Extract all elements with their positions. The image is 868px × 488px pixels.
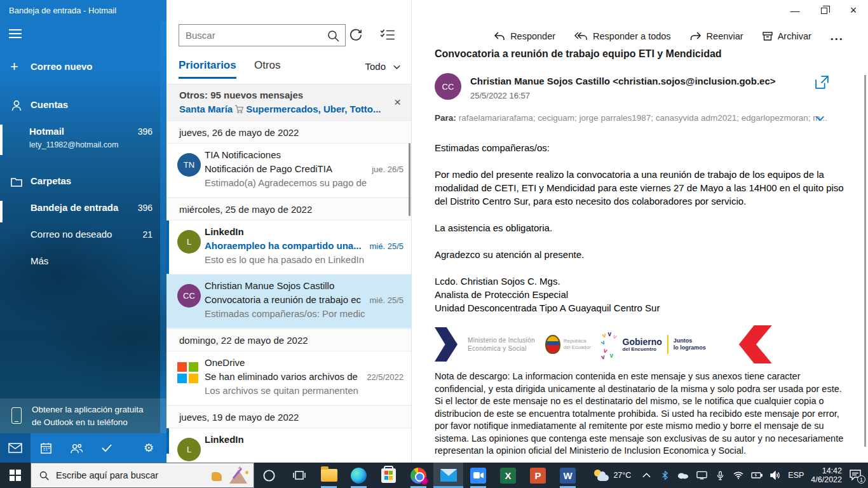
outlook-promo-banner[interactable]: Obtener la aplicación gratuita de Outloo… (0, 398, 166, 433)
avatar: TN (177, 153, 201, 177)
cortana-button[interactable] (254, 463, 284, 488)
volume-icon[interactable] (770, 470, 781, 481)
reply-all-button[interactable]: Responder a todos (574, 31, 671, 41)
chrome-icon (410, 468, 426, 484)
clock[interactable]: 14:42 4/6/2022 (811, 466, 842, 484)
onedrive-icon[interactable] (677, 470, 689, 481)
search-icon[interactable] (326, 29, 341, 44)
restore-button[interactable] (810, 0, 839, 20)
nav-settings-button[interactable]: ⚙ (133, 433, 164, 463)
wifi-icon[interactable] (733, 470, 744, 481)
accounts-section-button[interactable]: Cuentas (0, 98, 166, 120)
other-messages-banner[interactable]: Otros: 95 nuevos mensajes Santa MaríaSup… (166, 84, 411, 121)
system-tray: 27°C (593, 466, 868, 484)
body-paragraph: La asistencia es obligatoria. (435, 221, 846, 234)
chevron-down-icon[interactable] (392, 62, 401, 71)
folder-more-label: Más (31, 255, 48, 266)
message-row-linkedin-2[interactable]: L LinkedIn (166, 428, 411, 454)
message-preview: Los archivos se quitan permanenten (205, 385, 358, 396)
microphone-icon[interactable] (714, 470, 726, 481)
nav-todo-button[interactable] (92, 433, 122, 463)
new-mail-button[interactable]: + Correo nuevo (0, 60, 166, 82)
message-toolbar: Responder Responder a todos Reenviar Arc… (412, 25, 868, 47)
message-row-linkedin[interactable]: L LinkedIn Ahoraempleo ha compartido una… (166, 220, 411, 274)
minimize-button[interactable]: — (780, 0, 810, 20)
zoom-icon (470, 468, 486, 484)
archive-button[interactable]: Archivar (763, 31, 811, 41)
weather-icon (593, 470, 609, 481)
folder-inbox[interactable]: Bandeja de entrada 396 (0, 202, 166, 221)
file-explorer-button[interactable] (314, 463, 344, 488)
mail-icon (440, 469, 457, 482)
message-row-tia[interactable]: TN TIA Notificaciones Notificación de Pa… (166, 144, 411, 198)
windows-logo-icon (10, 470, 21, 481)
bluetooth-icon[interactable] (659, 470, 670, 481)
tab-other[interactable]: Otros (254, 59, 281, 72)
recipients-row[interactable]: Para:rafaelamariarafama; ceciguam; jorge… (435, 113, 832, 123)
battery-icon[interactable] (751, 470, 763, 481)
folder-more[interactable]: Más (0, 255, 166, 274)
excel-button[interactable]: X (493, 463, 523, 488)
restore-icon (821, 8, 827, 14)
banner-close-icon[interactable]: × (394, 96, 401, 108)
store-icon (381, 468, 396, 483)
edge-icon (351, 468, 367, 484)
select-messages-icon[interactable] (379, 27, 397, 44)
wireless-display-icon[interactable] (696, 470, 707, 481)
search-input[interactable] (179, 25, 345, 46)
task-view-button[interactable] (284, 463, 314, 488)
word-button[interactable]: W (553, 463, 583, 488)
message-body: Estimadas compañeras/os: Por medio del p… (435, 141, 846, 458)
show-hidden-icons-chevron[interactable] (641, 470, 652, 481)
message-list-pane: Prioritarios Otros Todo Otros: 95 nuevos… (166, 0, 412, 463)
more-actions-button[interactable]: ... (831, 30, 844, 43)
nav-calendar-button[interactable] (31, 433, 61, 463)
mail-app-window: Bandeja de entrada - Hotmail + Correo nu… (0, 0, 868, 488)
message-datetime: 25/5/2022 16:57 (470, 91, 530, 100)
window-controls: — × (780, 0, 868, 20)
hamburger-menu-icon[interactable] (9, 29, 22, 38)
sidebar-bottom-nav: ⚙ (0, 433, 166, 463)
edge-button[interactable] (344, 463, 374, 488)
filter-dropdown[interactable]: Todo (365, 61, 386, 72)
chrome-button[interactable] (403, 463, 433, 488)
weather-widget[interactable]: 27°C (593, 470, 631, 481)
sender-block: CC Christian Manue Sojos Castillo <chris… (435, 73, 841, 104)
notification-badge: 1 (857, 475, 865, 484)
taskbar-search[interactable]: Escribe aquí para buscar (31, 463, 254, 488)
open-in-new-window-icon[interactable] (815, 75, 830, 90)
action-center-button[interactable]: 1 (849, 469, 863, 482)
plus-icon: + (10, 61, 23, 74)
zoom-button[interactable] (463, 463, 493, 488)
mail-app-button[interactable] (433, 463, 463, 488)
promo-line2: de Outlook en tu teléfono (32, 416, 144, 429)
message-sender: OneDrive (205, 357, 245, 368)
folder-junk[interactable]: Correo no deseado 21 (0, 229, 166, 248)
reading-scrollbar[interactable] (864, 75, 866, 447)
message-row-onedrive[interactable]: OneDrive Se han eliminado varios archivo… (166, 351, 411, 405)
to-recipients: rafaelamariarafama; ceciguam; jorge parr… (459, 113, 827, 123)
message-list: jueves, 26 de mayo de 2022 TN TIA Notifi… (166, 121, 411, 463)
sync-icon[interactable] (348, 27, 365, 44)
mies-label-2: Económica y Social (468, 344, 535, 353)
reply-button[interactable]: Responder (494, 31, 555, 41)
tab-focused[interactable]: Prioritarios (179, 59, 236, 79)
forward-button[interactable]: Reenviar (690, 31, 743, 41)
nav-people-button[interactable] (61, 433, 92, 463)
language-indicator[interactable]: ESP (788, 471, 804, 480)
account-hotmail[interactable]: Hotmail 396 lety_11982@hotmail.com (0, 126, 166, 158)
expand-recipients-icon[interactable] (815, 113, 825, 123)
avatar: CC (177, 284, 201, 308)
close-button[interactable]: × (839, 0, 868, 20)
powerpoint-button[interactable]: P (523, 463, 553, 488)
message-subject-heading: Convocatoria a reunión de trabajo equipo… (435, 48, 722, 60)
folders-section-button[interactable]: Carpetas (0, 175, 166, 196)
store-button[interactable] (374, 463, 403, 488)
person-icon (10, 99, 23, 112)
message-row-christian-selected[interactable]: CC Christian Manue Sojos Castillo Convoc… (166, 274, 411, 329)
start-button[interactable] (0, 463, 31, 488)
window-title: Bandeja de entrada - Hotmail (9, 6, 116, 15)
nav-mail-button[interactable] (0, 433, 31, 463)
divider (667, 335, 668, 354)
list-scrollbar[interactable] (409, 143, 410, 216)
